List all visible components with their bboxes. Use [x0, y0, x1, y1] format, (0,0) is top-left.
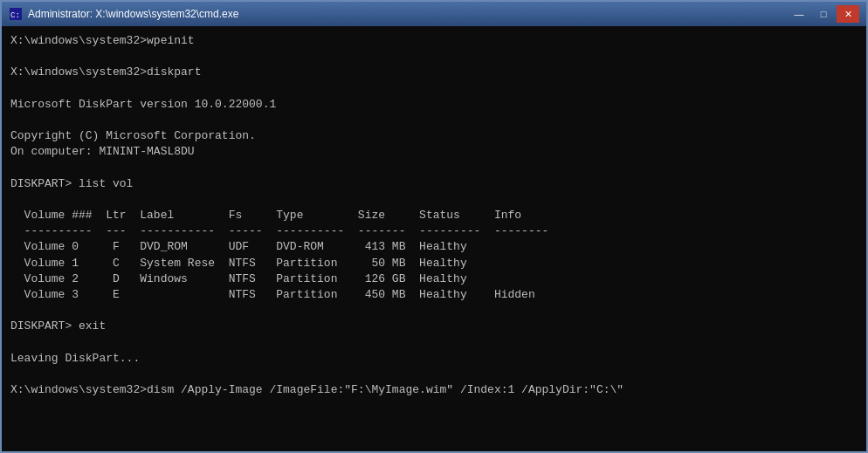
console-line: Volume ### Ltr Label Fs Type Size Status…	[10, 208, 858, 223]
minimize-button[interactable]: —	[788, 5, 810, 23]
console-line: DISKPART> exit	[10, 319, 858, 334]
console-line	[10, 335, 858, 351]
console-line: Leaving DiskPart...	[10, 351, 858, 367]
console-line: Microsoft DiskPart version 10.0.22000.1	[10, 97, 858, 113]
console-output[interactable]: X:\windows\system32>wpeinitX:\windows\sy…	[2, 26, 866, 451]
maximize-button[interactable]: □	[812, 5, 835, 23]
console-line: Volume 3 E NTFS Partition 450 MB Healthy…	[10, 287, 858, 303]
window-controls: — □ ✕	[788, 5, 859, 23]
console-line: Volume 1 C System Rese NTFS Partition 50…	[10, 256, 858, 271]
console-line: ---------- --- ----------- ----- -------…	[10, 223, 858, 239]
console-line: X:\windows\system32>dism /Apply-Image /I…	[10, 382, 858, 398]
console-line: On computer: MININT-MASL8DU	[10, 144, 858, 160]
console-line	[10, 81, 858, 97]
console-line: X:\windows\system32>diskpart	[10, 65, 858, 80]
console-line	[10, 303, 858, 319]
window-title: Administrator: X:\windows\system32\cmd.e…	[28, 8, 788, 20]
console-line: Copyright (C) Microsoft Corporation.	[10, 128, 858, 144]
cmd-window: C: Administrator: X:\windows\system32\cm…	[0, 0, 868, 453]
console-line: DISKPART> list vol	[10, 176, 858, 192]
console-line: Volume 2 D Windows NTFS Partition 126 GB…	[10, 271, 858, 287]
console-line: Volume 0 F DVD_ROM UDF DVD-ROM 413 MB He…	[10, 239, 858, 255]
console-line: X:\windows\system32>wpeinit	[10, 33, 858, 49]
close-button[interactable]: ✕	[837, 5, 859, 23]
console-line	[10, 161, 858, 176]
console-line	[10, 367, 858, 382]
svg-text:C:: C:	[10, 11, 20, 20]
cmd-icon: C:	[9, 7, 23, 21]
console-line	[10, 49, 858, 65]
titlebar: C: Administrator: X:\windows\system32\cm…	[2, 2, 866, 26]
console-line	[10, 192, 858, 208]
console-line	[10, 113, 858, 128]
